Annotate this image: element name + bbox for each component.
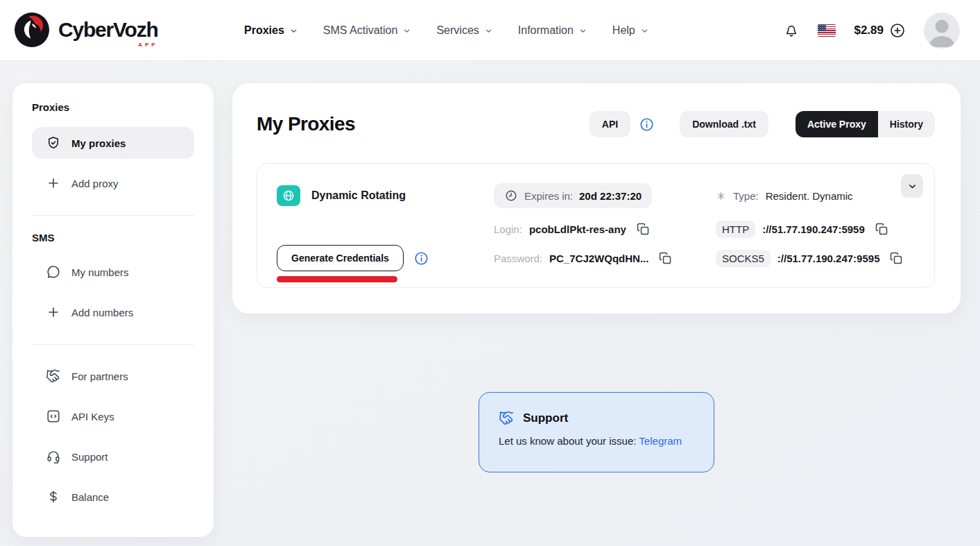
logo[interactable]: CyberVozh APP (14, 12, 158, 48)
nav-sms-activation[interactable]: SMS Activation (323, 24, 412, 37)
sidebar-item-label: For partners (71, 370, 128, 382)
avatar-icon (924, 12, 960, 49)
brand-sub-label: APP (138, 42, 157, 48)
tab-history[interactable]: History (878, 111, 935, 137)
support-message: Let us know about your issue: Telegram (499, 435, 694, 447)
generate-credentials-button[interactable]: Generate Credentials (277, 245, 404, 271)
plus-icon (46, 176, 61, 191)
proxy-type-badge (277, 185, 300, 206)
sidebar-item-label: Add proxy (71, 178, 119, 189)
password-row: Password: PC_7CJ2WQqdHN... (494, 251, 716, 265)
bell-icon (784, 23, 799, 38)
sidebar-item-for-partners[interactable]: For partners (32, 360, 194, 392)
shield-check-icon (46, 135, 61, 151)
support-title: Support (523, 411, 568, 425)
nav-services[interactable]: Services (436, 24, 492, 37)
api-info-button[interactable] (639, 117, 655, 133)
top-nav-bar: CyberVozh APP Proxies SMS Activation Ser… (0, 0, 980, 61)
chat-bubble-icon (46, 264, 61, 280)
sidebar-item-label: Balance (71, 491, 109, 503)
nav-help[interactable]: Help (612, 24, 649, 37)
sidebar-item-support[interactable]: Support (32, 441, 194, 472)
proxy-card: Dynamic Rotating Expires in: 20d 22:37:2… (257, 163, 935, 288)
expires-pill: Expires in: 20d 22:37:20 (494, 183, 652, 208)
http-row: HTTP ://51.77.190.247:5959 (716, 221, 915, 238)
sidebar-item-label: Add numbers (71, 307, 133, 318)
topbar-actions: $2.89 (784, 0, 960, 61)
expires-label: Expires in: (524, 190, 573, 202)
proxy-type-cell: Type: Resident. Dynamic (716, 190, 915, 202)
language-flag-button[interactable] (818, 24, 836, 37)
sidebar-item-label: Support (71, 451, 108, 463)
handshake-icon (46, 368, 61, 384)
main-panel: My Proxies API Download .txt Active Prox… (232, 83, 961, 314)
sidebar-item-my-numbers[interactable]: My numbers (32, 256, 194, 288)
us-flag-icon (818, 24, 826, 31)
sidebar-section-sms: SMS (32, 232, 194, 244)
http-label: HTTP (716, 221, 755, 238)
support-header: Support (499, 410, 694, 426)
page-title: My Proxies (257, 113, 355, 135)
chevron-down-icon (578, 26, 587, 35)
socks5-row: SOCKS5 ://51.77.190.247:9595 (716, 250, 915, 267)
socks5-label: SOCKS5 (716, 250, 771, 267)
login-value: pcobLdlPkt-res-any (529, 223, 626, 235)
download-txt-button[interactable]: Download .txt (680, 111, 768, 137)
chevron-down-icon (484, 26, 493, 35)
copy-icon (889, 251, 903, 265)
sidebar-item-add-numbers[interactable]: Add numbers (32, 296, 194, 328)
http-value: ://51.77.190.247:5959 (762, 223, 865, 235)
password-value: PC_7CJ2WQqdHN... (549, 253, 648, 264)
nav-information[interactable]: Information (518, 24, 587, 37)
sidebar-section-proxies: Proxies (32, 101, 194, 113)
sidebar: Proxies My proxies Add proxy SMS My numb… (12, 83, 214, 537)
divider (32, 215, 194, 216)
copy-icon (658, 251, 672, 265)
notifications-button[interactable] (784, 23, 799, 38)
asterisk-icon (716, 191, 726, 201)
api-button[interactable]: API (590, 111, 630, 137)
sidebar-item-my-proxies[interactable]: My proxies (32, 127, 194, 159)
user-avatar[interactable] (924, 12, 960, 49)
info-icon (413, 250, 429, 266)
balance-amount: $2.89 (854, 24, 884, 37)
panel-header: My Proxies API Download .txt Active Prox… (257, 111, 935, 137)
sidebar-item-api-keys[interactable]: API Keys (32, 400, 194, 432)
main-nav: Proxies SMS Activation Services Informat… (244, 0, 649, 61)
type-value: Resident. Dynamic (766, 190, 853, 202)
socks5-value: ://51.77.190.247:9595 (777, 253, 880, 264)
clock-icon (504, 189, 518, 203)
view-toggle: Active Proxy History (796, 111, 935, 137)
proxy-name-cell: Dynamic Rotating (277, 185, 494, 206)
handshake-icon (499, 410, 515, 426)
dollar-icon (46, 489, 61, 504)
login-label: Login: (494, 223, 522, 235)
password-label: Password: (494, 253, 542, 264)
sidebar-item-label: API Keys (71, 411, 114, 423)
top-up-button[interactable] (889, 22, 906, 39)
copy-icon (875, 222, 888, 236)
credentials-info-button[interactable] (413, 250, 429, 266)
nav-proxies[interactable]: Proxies (244, 24, 298, 37)
sidebar-item-add-proxy[interactable]: Add proxy (32, 167, 194, 199)
support-card: Support Let us know about your issue: Te… (479, 392, 714, 472)
credentials-progress-bar (277, 276, 397, 282)
tab-active-proxy[interactable]: Active Proxy (796, 111, 878, 137)
telegram-link[interactable]: Telegram (639, 435, 682, 447)
chevron-down-icon (640, 26, 649, 35)
login-row: Login: pcobLdlPkt-res-any (494, 222, 716, 236)
code-icon (46, 409, 61, 424)
generate-credentials-cell: Generate Credentials (277, 245, 494, 271)
expand-proxy-button[interactable] (901, 174, 923, 198)
copy-socks5-button[interactable] (889, 251, 903, 265)
copy-http-button[interactable] (875, 222, 888, 236)
copy-login-button[interactable] (636, 222, 650, 236)
chevron-down-icon (907, 181, 918, 191)
headset-icon (46, 449, 61, 464)
chevron-down-icon (402, 26, 411, 35)
plus-icon (46, 305, 61, 320)
brand-name: CyberVozh APP (58, 18, 158, 42)
globe-icon (282, 189, 295, 203)
sidebar-item-balance[interactable]: Balance (32, 481, 194, 513)
copy-password-button[interactable] (658, 251, 672, 265)
